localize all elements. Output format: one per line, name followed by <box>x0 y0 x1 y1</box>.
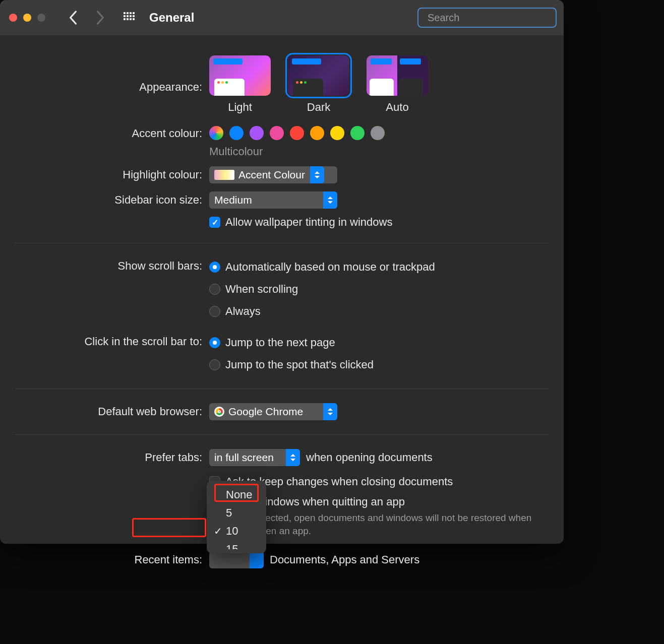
recent-items-option-5[interactable]: 5 <box>209 504 264 522</box>
recent-items-option-15[interactable]: 15 <box>209 540 264 549</box>
accent-colour-label: Accent colour: <box>0 126 209 140</box>
highlight-gradient-icon <box>214 170 234 180</box>
recent-items-menu[interactable]: None 5 ✓10 15 <box>207 481 266 553</box>
search-input[interactable] <box>428 12 555 24</box>
chevron-right-icon <box>96 11 104 25</box>
divider <box>15 434 549 435</box>
highlight-colour-value: Accent Colour <box>238 169 305 181</box>
default-browser-popup[interactable]: Google Chrome <box>209 403 337 420</box>
appearance-thumb-auto <box>367 55 428 96</box>
svg-rect-5 <box>127 15 129 17</box>
chrome-icon <box>214 407 224 417</box>
recent-items-popup[interactable] <box>209 551 264 568</box>
sidebar-icon-size-value: Medium <box>214 194 252 206</box>
sidebar-icon-size-popup[interactable]: Medium <box>209 191 337 209</box>
highlight-colour-popup[interactable]: Accent Colour <box>209 166 337 183</box>
prefer-tabs-popup[interactable]: in full screen <box>209 449 300 466</box>
appearance-label: Appearance: <box>0 55 209 94</box>
accent-colour-swatches <box>209 126 564 140</box>
minimize-window-button[interactable] <box>23 14 31 22</box>
scroll-always-radio[interactable] <box>209 306 220 317</box>
svg-rect-11 <box>133 18 135 20</box>
accent-colour-selected-name: Multicolour <box>209 145 564 158</box>
preferences-window: General Appearance: Light <box>0 0 564 544</box>
popup-arrows-icon <box>323 191 337 209</box>
accent-swatch-graphite[interactable] <box>371 126 385 140</box>
zoom-window-button[interactable] <box>37 14 45 22</box>
scroll-click-option-label: Jump to the next page <box>225 333 335 352</box>
scroll-option-label: When scrolling <box>225 280 298 299</box>
svg-rect-8 <box>124 18 126 20</box>
prefer-tabs-value: in full screen <box>214 452 274 464</box>
appearance-caption: Light <box>209 101 271 114</box>
recent-items-option-none[interactable]: None <box>209 486 264 504</box>
wallpaper-tinting-label: Allow wallpaper tinting in windows <box>225 216 392 229</box>
search-field-wrap[interactable] <box>417 8 557 28</box>
scroll-when-scrolling-radio[interactable] <box>209 284 220 295</box>
appearance-option-auto[interactable]: Auto <box>367 55 428 114</box>
content-area: Appearance: Light <box>0 35 564 568</box>
appearance-option-light[interactable]: Light <box>209 55 271 114</box>
sidebar-icon-size-label: Sidebar icon size: <box>0 191 209 207</box>
accent-swatch-multicolour[interactable] <box>209 126 223 140</box>
svg-rect-10 <box>130 18 132 20</box>
accent-swatch-orange[interactable] <box>310 126 324 140</box>
default-browser-label: Default web browser: <box>0 403 209 418</box>
appearance-thumb-dark <box>288 55 349 96</box>
show-all-button[interactable] <box>123 12 135 24</box>
svg-rect-6 <box>130 15 132 17</box>
svg-rect-1 <box>127 12 129 14</box>
appearance-option-dark[interactable]: Dark <box>288 55 349 114</box>
accent-swatch-pink[interactable] <box>270 126 284 140</box>
window-traffic-lights <box>9 14 45 22</box>
scroll-click-next-page-radio[interactable] <box>209 337 220 348</box>
divider <box>15 389 549 389</box>
appearance-caption: Dark <box>288 101 349 114</box>
scroll-click-option-label: Jump to the spot that's clicked <box>225 355 374 374</box>
chevron-left-icon <box>69 11 77 25</box>
highlight-colour-label: Highlight colour: <box>0 166 209 181</box>
svg-rect-0 <box>124 12 126 14</box>
click-scroll-bar-label: Click in the scroll bar to: <box>0 333 209 348</box>
prefer-tabs-label: Prefer tabs: <box>0 449 209 464</box>
accent-swatch-blue[interactable] <box>229 126 244 140</box>
svg-rect-3 <box>133 12 135 14</box>
popup-arrows-icon <box>310 166 324 183</box>
grid-icon <box>124 12 135 23</box>
recent-items-label: Recent items: <box>0 551 209 566</box>
recent-items-suffix: Documents, Apps and Servers <box>270 553 419 566</box>
prefer-tabs-suffix: when opening documents <box>306 451 433 464</box>
accent-swatch-yellow[interactable] <box>330 126 344 140</box>
appearance-caption: Auto <box>367 101 428 114</box>
default-browser-value: Google Chrome <box>228 406 303 418</box>
scroll-auto-radio[interactable] <box>209 262 220 273</box>
popup-arrows-icon <box>323 403 337 420</box>
scroll-option-label: Automatically based on mouse or trackpad <box>225 257 435 277</box>
titlebar: General <box>0 0 564 35</box>
recent-items-option-10[interactable]: ✓10 <box>209 522 264 540</box>
show-scroll-bars-label: Show scroll bars: <box>0 257 209 273</box>
scroll-option-label: Always <box>225 302 261 321</box>
forward-button[interactable] <box>93 10 108 25</box>
svg-rect-4 <box>124 15 126 17</box>
accent-swatch-green[interactable] <box>350 126 365 140</box>
close-windows-note: When selected, open documents and window… <box>225 511 538 537</box>
svg-rect-7 <box>133 15 135 17</box>
svg-rect-2 <box>130 12 132 14</box>
popup-arrows-icon <box>286 449 300 466</box>
back-button[interactable] <box>66 10 81 25</box>
popup-arrows-icon <box>250 551 264 568</box>
close-window-button[interactable] <box>9 14 17 22</box>
window-title: General <box>149 11 194 25</box>
accent-swatch-red[interactable] <box>290 126 304 140</box>
divider <box>15 243 549 243</box>
wallpaper-tinting-checkbox[interactable] <box>209 217 220 228</box>
accent-swatch-purple[interactable] <box>250 126 264 140</box>
appearance-thumb-light <box>209 55 271 96</box>
svg-rect-9 <box>127 18 129 20</box>
checkmark-icon: ✓ <box>214 525 222 537</box>
scroll-click-spot-radio[interactable] <box>209 359 220 370</box>
